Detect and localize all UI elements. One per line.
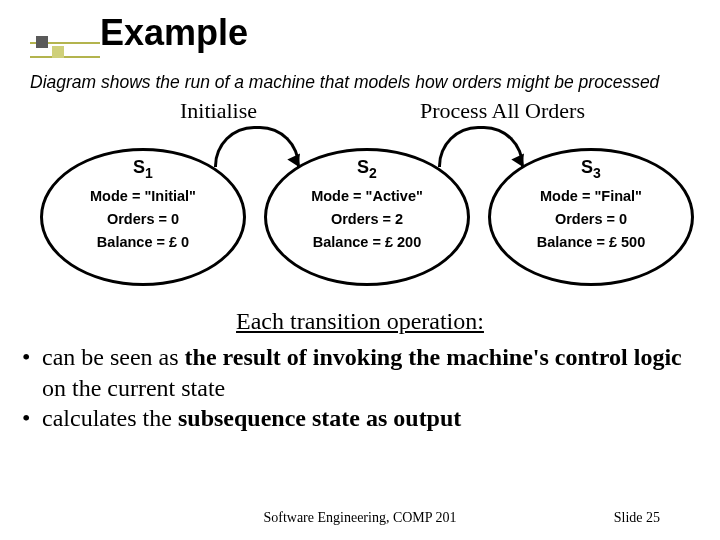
bullet-list: can be seen as the result of invoking th… [18, 342, 690, 434]
footer-course: Software Engineering, COMP 201 [0, 510, 720, 526]
slide: Example Diagram shows the run of a machi… [0, 0, 720, 540]
state-ellipse-2: S2 Mode = "Active" Orders = 2 Balance = … [264, 148, 470, 286]
list-item: can be seen as the result of invoking th… [18, 342, 690, 403]
state-orders: Orders = 0 [491, 211, 691, 227]
state-balance: Balance = £ 0 [43, 234, 243, 250]
state-mode: Mode = "Initial" [43, 188, 243, 204]
state-name: S2 [267, 157, 467, 181]
state-ellipse-3: S3 Mode = "Final" Orders = 0 Balance = £… [488, 148, 694, 286]
state-orders: Orders = 2 [267, 211, 467, 227]
state-ellipse-1: S1 Mode = "Initial" Orders = 0 Balance =… [40, 148, 246, 286]
state-mode: Mode = "Active" [267, 188, 467, 204]
state-balance: Balance = £ 500 [491, 234, 691, 250]
transition-label-2: Process All Orders [420, 98, 585, 124]
transition-label-1: Initialise [180, 98, 257, 124]
state-mode: Mode = "Final" [491, 188, 691, 204]
state-name: S1 [43, 157, 243, 181]
list-item: calculates the subsequence state as outp… [18, 403, 690, 434]
footer-slide-number: Slide 25 [614, 510, 660, 526]
state-balance: Balance = £ 200 [267, 234, 467, 250]
title-decoration-icon [30, 38, 100, 62]
state-orders: Orders = 0 [43, 211, 243, 227]
lead-sentence: Each transition operation: [0, 308, 720, 335]
page-title: Example [100, 12, 248, 54]
description-text: Diagram shows the run of a machine that … [30, 72, 690, 94]
state-name: S3 [491, 157, 691, 181]
